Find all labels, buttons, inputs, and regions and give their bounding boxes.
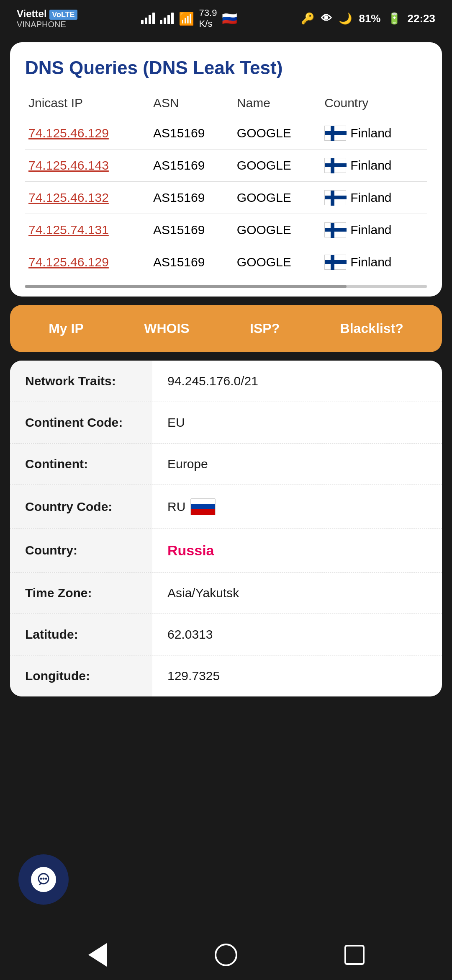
chat-icon bbox=[31, 867, 56, 892]
signal-bars-2 bbox=[160, 13, 174, 24]
back-icon bbox=[88, 943, 107, 967]
dns-row: 74.125.46.129 AS15169 GOOGLE Finland bbox=[25, 117, 427, 149]
info-value-text: 94.245.176.0/21 bbox=[167, 374, 258, 388]
chat-button[interactable] bbox=[18, 854, 69, 905]
dns-ip[interactable]: 74.125.74.131 bbox=[25, 214, 150, 246]
dns-ip[interactable]: 74.125.46.129 bbox=[25, 117, 150, 149]
tab-whois[interactable]: WHOIS bbox=[136, 317, 198, 340]
key-icon: 🔑 bbox=[301, 12, 314, 25]
info-value: Asia/Yakutsk bbox=[152, 573, 442, 614]
carrier-info: Viettel VoLTE VINAPHONE bbox=[17, 8, 77, 29]
info-row: Country Code: RU bbox=[10, 485, 442, 529]
dns-title: DNS Queries (DNS Leak Test) bbox=[25, 57, 427, 78]
dns-name: GOOGLE bbox=[234, 181, 321, 214]
dns-ip[interactable]: 74.125.46.143 bbox=[25, 149, 150, 181]
dns-country: Finland bbox=[321, 214, 427, 246]
info-row: Continent Code: EU bbox=[10, 402, 442, 444]
carrier-name: Viettel VoLTE bbox=[17, 8, 77, 20]
dns-table: Jnicast IP ASN Name Country 74.125.46.12… bbox=[25, 91, 427, 278]
dns-name: GOOGLE bbox=[234, 149, 321, 181]
battery-percent: 81% bbox=[359, 12, 380, 25]
clock: 22:23 bbox=[408, 12, 436, 25]
tab-blacklist[interactable]: Blacklist? bbox=[332, 317, 412, 340]
info-row: Latitude: 62.0313 bbox=[10, 614, 442, 655]
svg-point-3 bbox=[45, 878, 47, 880]
info-value-text: 62.0313 bbox=[167, 627, 213, 642]
dns-asn: AS15169 bbox=[150, 117, 234, 149]
info-card: Network Traits: 94.245.176.0/21 Continen… bbox=[10, 361, 442, 696]
signal-bars-1 bbox=[141, 13, 155, 24]
dns-asn: AS15169 bbox=[150, 214, 234, 246]
info-label: Latitude: bbox=[10, 614, 152, 655]
dns-row: 74.125.46.129 AS15169 GOOGLE Finland bbox=[25, 246, 427, 278]
info-label: Time Zone: bbox=[10, 573, 152, 614]
info-value: 62.0313 bbox=[152, 614, 442, 655]
dns-country: Finland bbox=[321, 181, 427, 214]
recents-icon bbox=[344, 945, 365, 965]
flag-finland-icon bbox=[324, 190, 346, 205]
info-row: Longitude: 129.7325 bbox=[10, 655, 442, 696]
moon-icon: 🌙 bbox=[339, 12, 352, 25]
info-label: Longitude: bbox=[10, 655, 152, 696]
home-button[interactable] bbox=[209, 938, 243, 972]
country-label: Finland bbox=[350, 191, 391, 205]
carrier-sub: VINAPHONE bbox=[17, 20, 77, 29]
status-bar: Viettel VoLTE VINAPHONE 📶 73.9 K/s 🇷🇺 🔑 … bbox=[0, 0, 452, 34]
flag-finland-icon bbox=[324, 126, 346, 141]
country-label: Finland bbox=[350, 223, 391, 237]
info-value-text: Europe bbox=[167, 457, 208, 471]
tab-isp[interactable]: ISP? bbox=[241, 317, 288, 340]
info-row: Time Zone: Asia/Yakutsk bbox=[10, 573, 442, 614]
info-value-text: EU bbox=[167, 415, 185, 430]
info-value: RU bbox=[152, 485, 442, 529]
dns-asn: AS15169 bbox=[150, 246, 234, 278]
info-value: 94.245.176.0/21 bbox=[152, 361, 442, 402]
wifi-icon: 📶 bbox=[179, 11, 194, 26]
dns-ip[interactable]: 74.125.46.129 bbox=[25, 246, 150, 278]
col-name: Name bbox=[234, 91, 321, 117]
nav-tabs[interactable]: My IP WHOIS ISP? Blacklist? bbox=[10, 305, 442, 352]
dns-country: Finland bbox=[321, 149, 427, 181]
col-country: Country bbox=[321, 91, 427, 117]
dns-name: GOOGLE bbox=[234, 246, 321, 278]
info-label: Country: bbox=[10, 529, 152, 572]
dns-row: 74.125.74.131 AS15169 GOOGLE Finland bbox=[25, 214, 427, 246]
info-label: Network Traits: bbox=[10, 361, 152, 402]
svg-point-1 bbox=[40, 878, 42, 880]
status-right: 🔑 👁 🌙 81% 🔋 22:23 bbox=[301, 12, 435, 25]
dns-country: Finland bbox=[321, 246, 427, 278]
scroll-thumb bbox=[25, 285, 347, 288]
info-label: Continent: bbox=[10, 444, 152, 485]
svg-point-2 bbox=[43, 878, 45, 880]
dns-name: GOOGLE bbox=[234, 117, 321, 149]
info-value-text: Russia bbox=[167, 542, 214, 559]
dns-row: 74.125.46.132 AS15169 GOOGLE Finland bbox=[25, 181, 427, 214]
main-content: DNS Queries (DNS Leak Test) Jnicast IP A… bbox=[0, 34, 452, 930]
dns-name: GOOGLE bbox=[234, 214, 321, 246]
flag-finland-icon bbox=[324, 222, 346, 237]
dns-card: DNS Queries (DNS Leak Test) Jnicast IP A… bbox=[10, 42, 442, 297]
info-value-text: Asia/Yakutsk bbox=[167, 586, 239, 600]
bottom-nav bbox=[0, 930, 452, 980]
speed-display: 73.9 K/s bbox=[199, 8, 217, 30]
country-label: Finland bbox=[350, 158, 391, 173]
flag-finland-icon bbox=[324, 158, 346, 173]
battery-icon: 🔋 bbox=[388, 12, 401, 25]
status-center: 📶 73.9 K/s 🇷🇺 bbox=[141, 8, 238, 30]
dns-row: 74.125.46.143 AS15169 GOOGLE Finland bbox=[25, 149, 427, 181]
info-value: EU bbox=[152, 402, 442, 443]
eye-icon: 👁 bbox=[321, 12, 332, 25]
dns-asn: AS15169 bbox=[150, 181, 234, 214]
back-button[interactable] bbox=[81, 938, 114, 972]
info-value: 129.7325 bbox=[152, 655, 442, 696]
info-label: Country Code: bbox=[10, 485, 152, 529]
tab-my-ip[interactable]: My IP bbox=[40, 317, 92, 340]
dns-ip[interactable]: 74.125.46.132 bbox=[25, 181, 150, 214]
flag-finland-icon bbox=[324, 255, 346, 270]
recents-button[interactable] bbox=[338, 938, 371, 972]
info-row: Continent: Europe bbox=[10, 444, 442, 485]
dns-asn: AS15169 bbox=[150, 149, 234, 181]
info-value-text: 129.7325 bbox=[167, 669, 220, 683]
col-asn: ASN bbox=[150, 91, 234, 117]
flag-russia-icon bbox=[190, 498, 216, 515]
